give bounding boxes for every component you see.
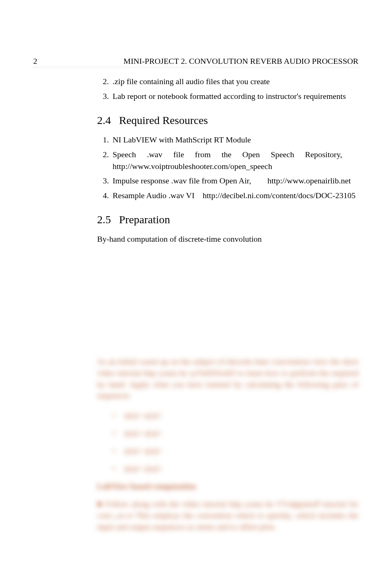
resource-item: 4. Resample Audio .wav VI http://decibel…: [97, 190, 358, 201]
deliverable-item: 2. .zip file containing all audio files …: [97, 76, 358, 87]
section-heading-preparation: 2.5Preparation: [97, 213, 358, 226]
list-text: Impulse response .wav file from Open Air…: [113, 175, 358, 187]
list-number: 1.: [97, 134, 109, 146]
list-number: 3.: [97, 175, 109, 187]
blurred-list-item: •x[n]= x[n]=: [113, 428, 358, 438]
list-text: .zip file containing all audio files tha…: [113, 76, 358, 87]
list-number: 2.: [97, 76, 109, 87]
resource-item: 2. Speech .wav file from the Open Speech…: [97, 149, 358, 172]
list-text: Resample Audio .wav VI http://decibel.ni…: [113, 190, 358, 201]
header-underline: [32, 66, 360, 69]
section-title: Required Resources: [119, 114, 208, 126]
page-number: 2: [33, 56, 37, 66]
list-text: NI LabVIEW with MathScript RT Module: [113, 134, 358, 146]
section-title: Preparation: [119, 213, 170, 225]
section-heading-required-resources: 2.4Required Resources: [97, 114, 358, 127]
list-number: 4.: [97, 190, 109, 201]
page-content: 2. .zip file containing all audio files …: [97, 76, 358, 251]
blurred-paragraph: ■ Follow along with the video tutorial h…: [97, 499, 358, 532]
blurred-list-item: •x[n]= x[n]=: [113, 411, 358, 420]
blurred-list: •x[n]= x[n]= •x[n]= x[n]= •x[n]= x[n]= •…: [97, 411, 358, 473]
blurred-heading: LabView based computation: [97, 482, 358, 491]
list-text: Lab report or notebook formatted accordi…: [113, 90, 358, 102]
list-number: 3.: [97, 90, 109, 102]
running-header: MINI-PROJECT 2. CONVOLUTION REVERB AUDIO…: [124, 56, 358, 66]
blurred-list-item: •x[n]= x[n]=: [113, 464, 358, 473]
preparation-intro: By-hand computation of discrete-time con…: [97, 233, 358, 245]
blurred-paragraph: As an initial warm up on the subject of …: [97, 356, 358, 401]
blurred-list-item: •x[n]= x[n]=: [113, 446, 358, 456]
section-number: 2.4: [97, 114, 111, 126]
blurred-content: As an initial warm up on the subject of …: [97, 356, 358, 540]
section-number: 2.5: [97, 213, 111, 225]
deliverable-item: 3. Lab report or notebook formatted acco…: [97, 90, 358, 102]
resource-item: 1. NI LabVIEW with MathScript RT Module: [97, 134, 358, 146]
list-text: Speech .wav file from the Open Speech Re…: [113, 149, 358, 172]
list-number: 2.: [97, 149, 109, 172]
resource-item: 3. Impulse response .wav file from Open …: [97, 175, 358, 187]
